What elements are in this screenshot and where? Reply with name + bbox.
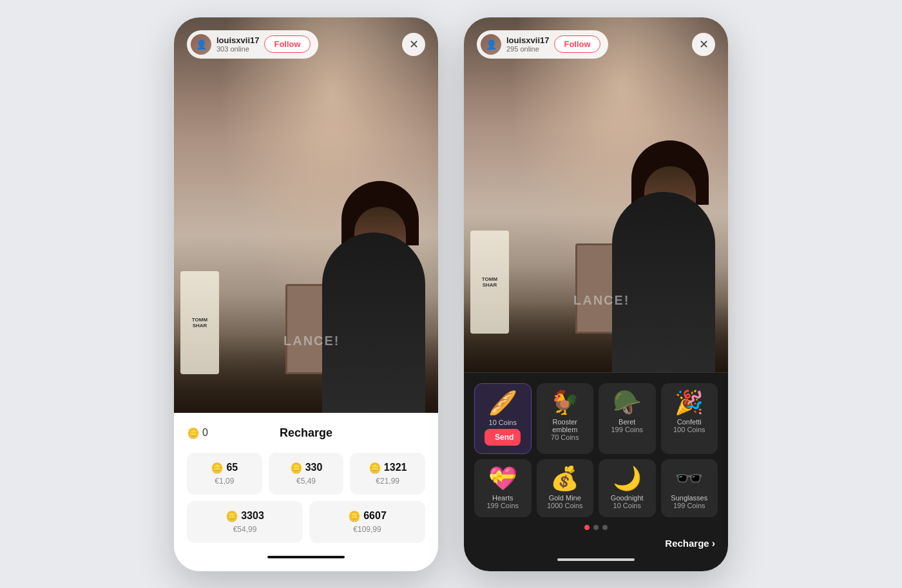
coin-price-65: €1,09 xyxy=(193,477,256,486)
right-lancet-sign: LANCE! xyxy=(573,293,630,308)
gift-item-goodnight[interactable]: 🌙 Goodnight 10 Coins xyxy=(599,459,656,517)
coin-price-330: €5,49 xyxy=(275,477,338,486)
coin-price-3303: €54,99 xyxy=(193,525,296,534)
gift-name-2: Beret xyxy=(604,418,651,426)
right-room-banner: TOMMSHAR xyxy=(470,231,509,334)
gift-item-beret[interactable]: 🪖 Beret 199 Coins xyxy=(599,383,656,454)
coin-icon-2: 🪙 xyxy=(290,462,303,474)
gift-name-3: Confetti xyxy=(666,418,713,426)
dot-1 xyxy=(584,525,590,530)
bottom-home-indicator xyxy=(267,556,345,558)
gift-name-7: Sunglasses xyxy=(666,494,713,502)
coin-amount-1321: 🪙 1321 xyxy=(356,462,419,474)
gift-item-hearts[interactable]: 💝 Hearts 199 Coins xyxy=(474,459,532,517)
right-bottom-home-indicator xyxy=(557,558,635,561)
gift-name-6: Goodnight xyxy=(604,494,651,502)
coin-balance: 🪙 0 xyxy=(187,427,208,439)
recharge-header: 🪙 0 Recharge xyxy=(187,426,425,440)
coin-options-top: 🪙 65 €1,09 🪙 330 €5,49 🪙 1321 €21,99 xyxy=(187,453,425,495)
left-online-count: 303 online xyxy=(216,45,259,53)
right-username: louisxvii17 xyxy=(506,35,549,45)
right-user-text: louisxvii17 295 online xyxy=(506,35,549,53)
confetti-emoji: 🎉 xyxy=(666,391,713,414)
coin-option-6607[interactable]: 🪙 6607 €109,99 xyxy=(309,501,425,543)
coin-amount-330: 🪙 330 xyxy=(275,462,338,474)
coin-price-6607: €109,99 xyxy=(316,525,419,534)
left-video-section: TOMMSHAR LANCE! 👤 louisxvii17 303 online… xyxy=(174,17,438,413)
gift-coins-1: 70 Coins xyxy=(542,433,589,441)
gift-item-sunglasses[interactable]: 🕶️ Sunglasses 199 Coins xyxy=(661,459,718,517)
gift-name-0: 10 Coins xyxy=(480,419,526,426)
left-follow-button[interactable]: Follow xyxy=(264,35,310,53)
rooster-emoji: 🐓 xyxy=(542,391,589,414)
person-silhouette xyxy=(322,232,425,413)
right-close-button[interactable]: ✕ xyxy=(692,33,715,56)
recharge-title: Recharge xyxy=(280,426,332,440)
coin-amount-6607: 🪙 6607 xyxy=(316,510,419,522)
left-user-text: louisxvii17 303 online xyxy=(216,35,259,53)
send-gift-button[interactable]: Send xyxy=(485,429,521,446)
right-online-count: 295 online xyxy=(506,45,549,53)
left-close-button[interactable]: ✕ xyxy=(402,33,425,56)
left-user-info: 👤 louisxvii17 303 online Follow xyxy=(187,30,318,59)
right-video-section: TOMMSHAR LANCE! 👤 louisxvii17 295 online… xyxy=(464,17,728,372)
coin-option-1321[interactable]: 🪙 1321 €21,99 xyxy=(350,453,425,495)
coin-price-1321: €21,99 xyxy=(356,477,419,486)
dot-3 xyxy=(602,525,608,530)
balance-amount: 0 xyxy=(202,427,208,439)
recharge-link-label: Recharge xyxy=(665,538,709,549)
dot-2 xyxy=(593,525,599,530)
right-avatar: 👤 xyxy=(481,34,501,55)
lancet-sign: LANCE! xyxy=(283,334,340,348)
coin-amount-65: 🪙 65 xyxy=(193,462,256,474)
right-user-info: 👤 louisxvii17 295 online Follow xyxy=(477,30,608,59)
gift-item-goldmine[interactable]: 💰 Gold Mine 1000 Coins xyxy=(537,459,594,517)
coin-icon-1: 🪙 xyxy=(211,462,224,474)
gift-item-confetti[interactable]: 🎉 Confetti 100 Coins xyxy=(661,383,718,454)
beret-emoji: 🪖 xyxy=(604,391,651,414)
coin-option-330[interactable]: 🪙 330 €5,49 xyxy=(269,453,344,495)
hearts-emoji: 💝 xyxy=(479,467,526,490)
gift-name-5: Gold Mine xyxy=(542,494,589,502)
coin-icon-4: 🪙 xyxy=(225,510,238,522)
gifts-grid: 🥖 10 Coins Send 🐓 Rooster emblem 70 Coin… xyxy=(474,383,718,517)
right-follow-button[interactable]: Follow xyxy=(554,35,600,53)
recharge-link[interactable]: Recharge › xyxy=(474,538,718,549)
coin-option-3303[interactable]: 🪙 3303 €54,99 xyxy=(187,501,303,543)
gift-coins-3: 100 Coins xyxy=(666,426,713,433)
recharge-link-arrow-icon: › xyxy=(712,538,715,549)
goodnight-emoji: 🌙 xyxy=(604,467,651,490)
right-person-silhouette xyxy=(612,192,715,372)
gift-coins-5: 1000 Coins xyxy=(542,502,589,509)
gift-name-4: Hearts xyxy=(479,494,526,502)
coin-options-bottom: 🪙 3303 €54,99 🪙 6607 €109,99 xyxy=(187,501,425,543)
left-username: louisxvii17 xyxy=(216,35,259,45)
coin-icon-3: 🪙 xyxy=(369,462,381,474)
page-indicators xyxy=(474,525,718,530)
coin-option-65[interactable]: 🪙 65 €1,09 xyxy=(187,453,262,495)
gift-item-baguette[interactable]: 🥖 10 Coins Send xyxy=(474,383,532,454)
gift-coins-6: 10 Coins xyxy=(604,502,651,509)
coin-amount-3303: 🪙 3303 xyxy=(193,510,296,522)
coin-icon: 🪙 xyxy=(187,427,200,439)
gift-coins-2: 199 Coins xyxy=(604,426,651,433)
gifts-panel: 🥖 10 Coins Send 🐓 Rooster emblem 70 Coin… xyxy=(464,372,728,571)
left-header: 👤 louisxvii17 303 online Follow ✕ xyxy=(174,30,438,59)
baguette-emoji: 🥖 xyxy=(480,392,526,415)
goldmine-emoji: 💰 xyxy=(542,467,589,490)
right-phone: TOMMSHAR LANCE! 👤 louisxvii17 295 online… xyxy=(464,17,728,571)
gift-item-rooster[interactable]: 🐓 Rooster emblem 70 Coins xyxy=(537,383,594,454)
left-phone: TOMMSHAR LANCE! 👤 louisxvii17 303 online… xyxy=(174,17,438,571)
recharge-panel: 🪙 0 Recharge 🪙 65 €1,09 🪙 330 €5,49 xyxy=(174,413,438,571)
gift-coins-7: 199 Coins xyxy=(666,502,713,509)
sunglasses-emoji: 🕶️ xyxy=(666,467,713,490)
right-header: 👤 louisxvii17 295 online Follow ✕ xyxy=(464,30,728,59)
left-avatar: 👤 xyxy=(191,34,211,55)
room-banner: TOMMSHAR xyxy=(180,271,219,374)
gift-name-1: Rooster emblem xyxy=(542,418,589,433)
gift-coins-4: 199 Coins xyxy=(479,502,526,509)
coin-icon-5: 🪙 xyxy=(348,510,361,522)
